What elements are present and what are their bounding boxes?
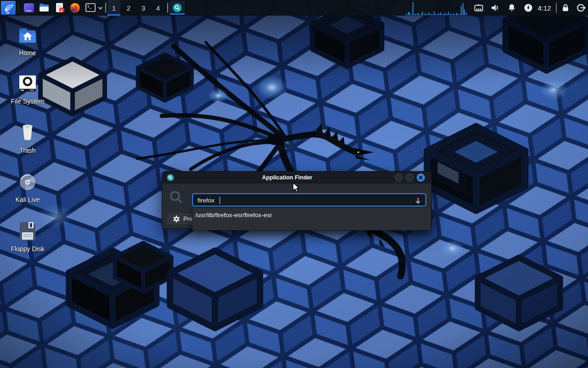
network-icon bbox=[474, 3, 484, 13]
search-input-value: firefox bbox=[198, 196, 215, 205]
active-task-underline bbox=[170, 13, 185, 15]
text-caret bbox=[220, 197, 220, 204]
launcher-firefox[interactable] bbox=[68, 1, 82, 15]
close-icon bbox=[417, 173, 425, 182]
workspace-1[interactable]: 1 bbox=[107, 0, 120, 16]
launcher-terminal[interactable]: $ bbox=[84, 1, 97, 15]
desktop-icon-home[interactable]: Home bbox=[6, 24, 50, 57]
launcher-text-editor[interactable] bbox=[53, 1, 67, 15]
home-folder-icon bbox=[17, 24, 39, 46]
folder-icon bbox=[39, 2, 50, 13]
panel-separator bbox=[556, 3, 557, 13]
desktop-icon bbox=[23, 2, 34, 13]
workspace-4[interactable]: 4 bbox=[152, 0, 164, 16]
kali-menu-button[interactable] bbox=[1, 1, 16, 15]
cpu-graph-marker bbox=[408, 12, 409, 14]
desktop-icon-label: Kali Live bbox=[16, 196, 40, 203]
panel-separator bbox=[105, 3, 106, 13]
clock[interactable]: 4:12 bbox=[536, 0, 553, 16]
logout-button[interactable] bbox=[574, 0, 588, 16]
trash-icon bbox=[17, 122, 39, 144]
firefox-icon bbox=[69, 2, 80, 13]
gear-icon bbox=[173, 215, 180, 223]
maximize-button[interactable] bbox=[406, 173, 414, 182]
power-manager-tray-button[interactable] bbox=[521, 0, 535, 16]
lock-icon bbox=[560, 3, 571, 13]
clock-text: 4:12 bbox=[537, 4, 551, 12]
desktop-icon-floppy-disk[interactable]: Floppy Disk bbox=[6, 220, 50, 253]
floppy-icon bbox=[17, 220, 39, 242]
history-dropdown-arrow-icon[interactable] bbox=[415, 197, 421, 205]
desktop-icon-label: Home bbox=[19, 49, 36, 57]
desktop-icon-label: Trash bbox=[19, 147, 35, 154]
chevron-down-icon bbox=[98, 6, 103, 10]
magnifier-icon bbox=[172, 3, 182, 13]
workspace-3[interactable]: 3 bbox=[137, 0, 150, 16]
cpu-graph[interactable] bbox=[406, 0, 469, 15]
application-finder-window: Application Finder firefox bbox=[162, 171, 432, 229]
close-button[interactable] bbox=[417, 173, 425, 182]
workspace-label: 4 bbox=[156, 4, 160, 12]
drive-icon bbox=[17, 73, 39, 95]
desktop-icon-label: Floppy Disk bbox=[11, 245, 44, 253]
top-panel: $ 1 2 3 4 bbox=[0, 0, 588, 16]
active-workspace-underline bbox=[107, 14, 120, 16]
notifications-bell-icon bbox=[507, 3, 517, 13]
svg-text:$: $ bbox=[87, 5, 89, 8]
volume-tray-button[interactable] bbox=[488, 0, 502, 16]
search-icon bbox=[169, 190, 184, 207]
taskbar-application-finder[interactable] bbox=[170, 1, 185, 15]
workspace-label: 2 bbox=[127, 4, 130, 12]
panel-separator bbox=[18, 3, 19, 12]
logout-icon bbox=[576, 3, 586, 13]
workspace-label: 3 bbox=[141, 4, 145, 12]
document-edit-icon bbox=[54, 2, 65, 13]
mouse-cursor bbox=[291, 182, 301, 193]
disc-icon bbox=[17, 171, 39, 193]
kali-dragon-icon bbox=[2, 1, 15, 14]
minimize-button[interactable] bbox=[395, 173, 403, 182]
workspace-label: 1 bbox=[112, 4, 116, 12]
desktop-icon-file-system[interactable]: File System bbox=[6, 73, 50, 105]
desktop-icon-kali-live[interactable]: Kali Live bbox=[6, 171, 50, 203]
desktop-icon-trash[interactable]: Trash bbox=[6, 122, 50, 154]
suggestion-item[interactable]: /usr/lib/firefox-esr/firefox-esr bbox=[195, 212, 272, 218]
search-suggestions-popup: /usr/lib/firefox-esr/firefox-esr bbox=[192, 207, 431, 230]
notifications-tray-button[interactable] bbox=[505, 0, 519, 16]
panel-separator bbox=[167, 3, 168, 13]
terminal-dropdown-button[interactable] bbox=[96, 1, 104, 15]
terminal-icon: $ bbox=[85, 2, 96, 13]
volume-icon bbox=[490, 3, 500, 13]
network-tray-button[interactable] bbox=[472, 0, 486, 16]
search-input[interactable]: firefox bbox=[192, 193, 426, 207]
launcher-desktop[interactable] bbox=[22, 1, 36, 15]
power-manager-icon bbox=[523, 3, 533, 13]
launcher-file-manager[interactable] bbox=[37, 1, 51, 15]
desktop-icon-label: File System bbox=[11, 98, 44, 105]
workspace-2[interactable]: 2 bbox=[122, 0, 135, 16]
window-title: Application Finder bbox=[162, 172, 412, 184]
lock-screen-button[interactable] bbox=[559, 0, 572, 16]
